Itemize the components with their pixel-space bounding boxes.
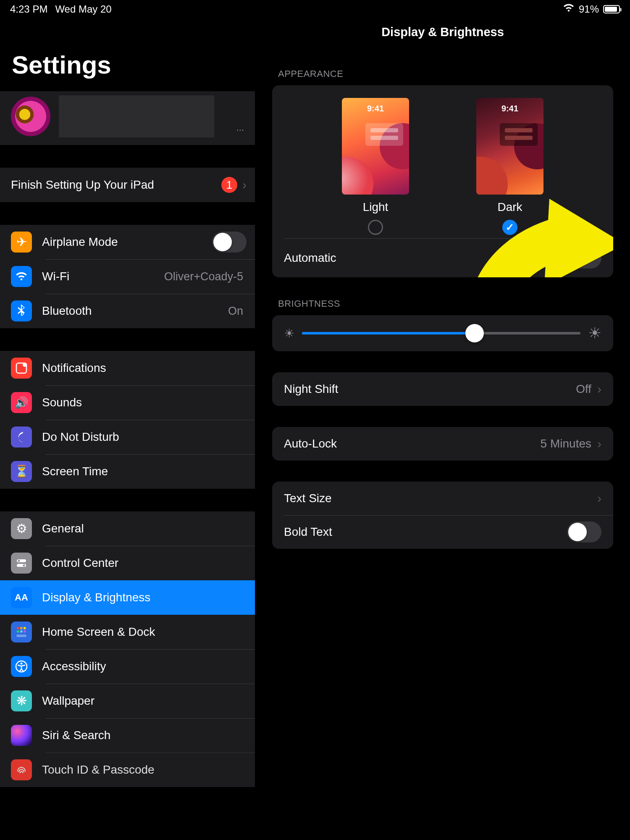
chevron-right-icon: › xyxy=(242,178,247,192)
svg-rect-9 xyxy=(17,630,19,633)
siri-row[interactable]: Siri & Search xyxy=(0,718,255,753)
auto-lock-card: Auto-Lock 5 Minutes › xyxy=(272,427,613,461)
accessibility-icon xyxy=(11,656,32,677)
svg-point-5 xyxy=(23,564,25,566)
chevron-right-icon: › xyxy=(597,437,601,451)
accessibility-label: Accessibility xyxy=(42,660,247,673)
control-center-row[interactable]: Control Center xyxy=(0,546,255,580)
bluetooth-row[interactable]: Bluetooth On xyxy=(0,294,255,328)
wallpaper-icon: ❋ xyxy=(11,690,32,711)
accessibility-row[interactable]: Accessibility xyxy=(0,649,255,684)
sun-large-icon: ☀︎ xyxy=(588,324,601,342)
sounds-row[interactable]: 🔊 Sounds xyxy=(0,385,255,420)
brightness-card: ☀︎ ☀︎ xyxy=(272,315,613,351)
night-shift-card: Night Shift Off › xyxy=(272,372,613,406)
moon-icon xyxy=(11,427,32,448)
bold-text-row[interactable]: Bold Text xyxy=(272,515,613,549)
sounds-icon: 🔊 xyxy=(11,392,32,413)
finish-setup-label: Finish Setting Up Your iPad xyxy=(11,178,221,192)
notifications-label: Notifications xyxy=(42,361,247,375)
text-size-label: Text Size xyxy=(284,492,597,505)
automatic-toggle[interactable] xyxy=(567,248,601,269)
bold-text-toggle[interactable] xyxy=(567,521,601,542)
gear-icon: ⚙ xyxy=(11,518,32,539)
auto-lock-row[interactable]: Auto-Lock 5 Minutes › xyxy=(272,427,613,461)
status-time: 4:23 PM xyxy=(10,3,47,15)
svg-rect-6 xyxy=(17,627,19,629)
night-shift-row[interactable]: Night Shift Off › xyxy=(272,372,613,406)
appearance-dark-option[interactable]: 9:41 Dark ✓ xyxy=(476,98,543,235)
light-radio[interactable] xyxy=(368,220,383,235)
dark-label: Dark xyxy=(497,200,522,214)
svg-rect-11 xyxy=(24,630,26,633)
home-grid-icon xyxy=(11,621,32,643)
switches-icon xyxy=(11,553,32,574)
appearance-light-option[interactable]: 9:41 Light xyxy=(342,98,409,235)
dark-radio[interactable]: ✓ xyxy=(502,220,517,235)
profile-name-redacted xyxy=(59,95,214,137)
dnd-label: Do Not Disturb xyxy=(42,430,247,444)
svg-rect-10 xyxy=(20,630,23,633)
wallpaper-row[interactable]: ❋ Wallpaper xyxy=(0,684,255,718)
svg-point-14 xyxy=(21,663,23,665)
svg-rect-12 xyxy=(16,635,26,637)
chevron-right-icon: › xyxy=(597,382,601,396)
siri-icon xyxy=(11,725,32,746)
wifi-settings-icon xyxy=(11,266,32,287)
wifi-row[interactable]: Wi-Fi Oliver+Coady-5 xyxy=(0,259,255,294)
automatic-row[interactable]: Automatic xyxy=(272,239,613,277)
brightness-slider[interactable] xyxy=(302,332,580,334)
light-label: Light xyxy=(363,200,388,214)
touchid-label: Touch ID & Passcode xyxy=(42,763,247,777)
text-size-row[interactable]: Text Size › xyxy=(272,482,613,515)
general-label: General xyxy=(42,522,247,535)
appearance-card: 9:41 Light 9:41 Dark ✓ Automatic xyxy=(272,85,613,277)
status-date: Wed May 20 xyxy=(55,3,111,15)
dark-preview: 9:41 xyxy=(476,98,543,195)
wifi-icon xyxy=(563,3,575,15)
bluetooth-value: On xyxy=(228,305,243,318)
sidebar-title: Settings xyxy=(0,50,255,91)
svg-point-3 xyxy=(18,560,20,562)
text-card: Text Size › Bold Text xyxy=(272,482,613,549)
wifi-value: Oliver+Coady-5 xyxy=(164,270,243,283)
bold-text-label: Bold Text xyxy=(284,525,567,539)
battery-percent: 91% xyxy=(579,3,599,15)
bluetooth-label: Bluetooth xyxy=(42,304,228,318)
avatar xyxy=(11,97,50,136)
screentime-label: Screen Time xyxy=(42,465,247,478)
appearance-header: APPEARANCE xyxy=(255,68,630,85)
detail-title: Display & Brightness xyxy=(255,25,630,39)
touchid-row[interactable]: Touch ID & Passcode xyxy=(0,753,255,787)
fingerprint-icon xyxy=(11,759,32,780)
home-dock-row[interactable]: Home Screen & Dock xyxy=(0,615,255,649)
control-center-label: Control Center xyxy=(42,556,247,570)
notifications-row[interactable]: Notifications xyxy=(0,351,255,385)
sounds-label: Sounds xyxy=(42,396,247,409)
bluetooth-icon xyxy=(11,300,32,321)
brightness-header: BRIGHTNESS xyxy=(255,298,630,315)
light-preview: 9:41 xyxy=(342,98,409,195)
hourglass-icon: ⏳ xyxy=(11,461,32,482)
dnd-row[interactable]: Do Not Disturb xyxy=(0,420,255,454)
svg-rect-7 xyxy=(20,627,23,629)
general-row[interactable]: ⚙ General xyxy=(0,511,255,546)
more-icon: ... xyxy=(236,122,244,137)
preview-time: 9:41 xyxy=(342,104,409,113)
airplane-toggle[interactable] xyxy=(212,232,247,253)
display-brightness-row[interactable]: AA Display & Brightness xyxy=(0,580,255,615)
status-bar: 4:23 PM Wed May 20 91% xyxy=(0,0,630,18)
preview-time: 9:41 xyxy=(476,104,543,113)
chevron-right-icon: › xyxy=(597,491,601,506)
airplane-label: Airplane Mode xyxy=(42,235,212,249)
finish-setup-row[interactable]: Finish Setting Up Your iPad 1 › xyxy=(0,168,255,202)
text-size-icon: AA xyxy=(11,587,32,608)
screentime-row[interactable]: ⏳ Screen Time xyxy=(0,454,255,489)
night-shift-label: Night Shift xyxy=(284,382,576,396)
airplane-mode-row[interactable]: ✈ Airplane Mode xyxy=(0,225,255,259)
badge-count: 1 xyxy=(221,177,237,193)
notifications-icon xyxy=(11,358,32,379)
settings-sidebar: Settings ... Finish Setting Up Your iPad… xyxy=(0,0,255,840)
profile-row[interactable]: ... xyxy=(0,91,255,145)
sun-small-icon: ☀︎ xyxy=(284,327,294,340)
